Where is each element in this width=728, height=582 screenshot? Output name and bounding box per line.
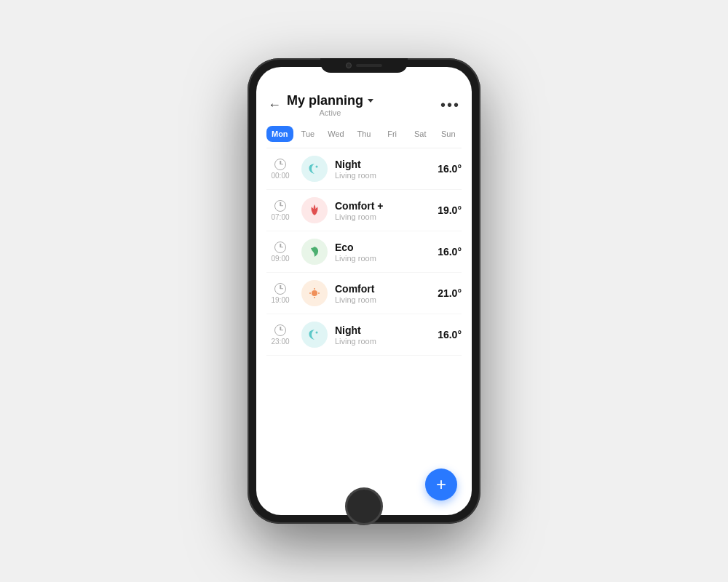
mode-temp-3: 21.0° (438, 287, 462, 299)
clock-icon-0 (274, 159, 286, 170)
mode-info-0: Night Living room (335, 159, 430, 180)
mode-icon-1 (301, 197, 328, 223)
mode-room-4: Living room (335, 337, 430, 346)
camera-dot (346, 63, 352, 68)
more-options-button[interactable]: ••• (440, 97, 460, 113)
app-header: ← My planning Active ••• (256, 84, 472, 120)
schedule-item-3[interactable]: 19:00 Comfort Living room 21.0° (266, 273, 462, 314)
mode-room-2: Living room (335, 254, 430, 263)
time-block-0: 00:00 (266, 159, 294, 180)
clock-icon-2 (274, 242, 286, 253)
tab-sun[interactable]: Sun (435, 126, 462, 142)
mode-temp-0: 16.0° (438, 163, 462, 175)
time-label-2: 09:00 (271, 255, 289, 263)
mode-info-3: Comfort Living room (335, 283, 430, 304)
back-button[interactable]: ← (268, 97, 281, 113)
mode-name-4: Night (335, 324, 430, 336)
mode-room-3: Living room (335, 295, 430, 304)
tab-wed[interactable]: Wed (323, 126, 349, 142)
header-title: My planning (287, 93, 373, 108)
mode-icon-0 (301, 156, 328, 182)
speaker-bar (356, 64, 382, 67)
add-schedule-button[interactable]: + (425, 469, 457, 501)
time-label-1: 07:00 (271, 213, 289, 221)
mode-name-1: Comfort + (335, 200, 430, 212)
phone-screen: ← My planning Active ••• Mon Tue Wed Thu (256, 67, 472, 515)
svg-point-0 (316, 166, 318, 168)
clock-icon-1 (274, 200, 286, 212)
mode-icon-3 (301, 280, 328, 306)
header-left: ← My planning Active (268, 93, 373, 117)
clock-icon-3 (274, 283, 286, 295)
tab-sat[interactable]: Sat (407, 126, 434, 142)
phone-notch (320, 58, 408, 73)
schedule-item-0[interactable]: 00:00 Night Living room 16.0° (266, 148, 462, 190)
schedule-item-1[interactable]: 07:00 Comfort + Living room 19.0° (266, 190, 462, 231)
tab-mon[interactable]: Mon (266, 126, 293, 142)
mode-name-0: Night (335, 159, 430, 170)
svg-point-6 (316, 332, 318, 334)
phone-device: ← My planning Active ••• Mon Tue Wed Thu (248, 58, 480, 524)
mode-room-1: Living room (335, 212, 430, 221)
clock-icon-4 (274, 324, 286, 336)
time-block-2: 09:00 (266, 242, 294, 263)
schedule-list: 00:00 Night Living room 16.0° (256, 148, 472, 515)
app-content: ← My planning Active ••• Mon Tue Wed Thu (256, 67, 472, 515)
tab-fri[interactable]: Fri (379, 126, 405, 142)
mode-icon-2 (301, 239, 328, 265)
mode-name-2: Eco (335, 242, 430, 253)
time-block-3: 19:00 (266, 283, 294, 304)
planning-title: My planning (287, 93, 363, 108)
mode-temp-1: 19.0° (438, 204, 462, 216)
mode-temp-2: 16.0° (438, 246, 462, 258)
schedule-item-2[interactable]: 09:00 Eco Living room 16.0° (266, 231, 462, 273)
mode-room-0: Living room (335, 171, 430, 180)
mode-temp-4: 16.0° (438, 329, 462, 340)
time-label-4: 23:00 (271, 338, 289, 346)
mode-info-2: Eco Living room (335, 242, 430, 263)
svg-point-1 (312, 290, 317, 296)
home-button[interactable] (345, 487, 383, 525)
tab-thu[interactable]: Thu (351, 126, 378, 142)
tab-tue[interactable]: Tue (295, 126, 322, 142)
mode-info-1: Comfort + Living room (335, 200, 430, 221)
chevron-down-icon[interactable] (368, 99, 373, 103)
header-subtitle: Active (287, 108, 373, 117)
time-block-1: 07:00 (266, 200, 294, 221)
mode-icon-4 (301, 322, 328, 348)
time-block-4: 23:00 (266, 324, 294, 346)
time-label-0: 00:00 (271, 172, 289, 180)
schedule-item-4[interactable]: 23:00 Night Living room 16.0° (266, 314, 462, 356)
time-label-3: 19:00 (271, 296, 289, 304)
day-tabs: Mon Tue Wed Thu Fri Sat Sun (256, 120, 472, 148)
mode-name-3: Comfort (335, 283, 430, 295)
mode-info-4: Night Living room (335, 324, 430, 346)
header-title-block: My planning Active (287, 93, 373, 117)
